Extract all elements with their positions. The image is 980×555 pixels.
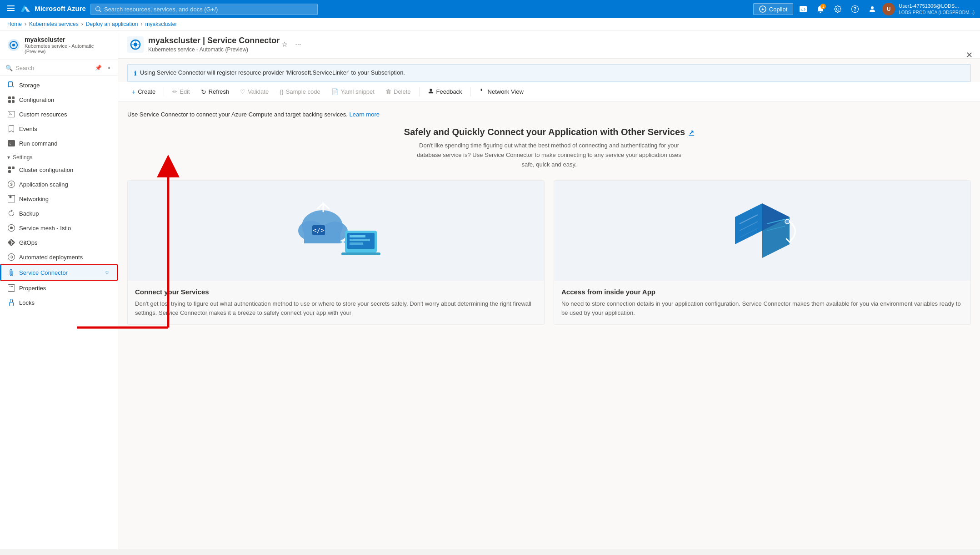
scaling-icon [7,180,15,188]
chevron-down-icon: ▾ [7,154,10,161]
code-icon: {} [280,88,284,95]
sidebar-item-automated-deployments[interactable]: Automated deployments [0,250,118,264]
page-header-actions: ☆ ··· [280,38,303,50]
user-tenant: LODS-PROD-MCA (LODSPRODM...) [899,10,975,15]
info-icon: ℹ [134,70,136,77]
connect-services-desc: Don't get lost trying to figure out what… [135,299,537,317]
sidebar-item-storage[interactable]: Storage [0,78,118,92]
edit-button[interactable]: ✏ Edit [168,86,194,97]
sidebar-item-run-command[interactable]: Run command [0,136,118,151]
access-inside-app-card: Access from inside your App No need to s… [554,180,971,325]
hero-subtitle: Don't like spending time figuring out wh… [413,141,685,169]
toolbar: + Create ✏ Edit ↻ Refresh ♡ Validate {} … [118,82,980,102]
yaml-snippet-button[interactable]: 📄 Yaml snippet [327,86,379,97]
breadcrumb: Home › Kubernetes services › Deploy an a… [0,18,980,30]
learn-more-link[interactable]: Learn more [349,111,379,118]
settings-button[interactable] [830,2,845,16]
sidebar-item-networking[interactable]: Networking [0,192,118,206]
close-pane-button[interactable]: ✕ [966,50,973,60]
sidebar-item-gitops-label: GitOps [19,239,110,246]
cloud-shell-button[interactable] [796,2,810,16]
sidebar-item-backup[interactable]: Backup [0,206,118,221]
sidebar-item-run-command-label: Run command [19,140,110,147]
custom-resources-icon [7,110,15,118]
create-button[interactable]: + Create [127,86,160,98]
page-title: myakscluster | Service Connector [148,36,280,45]
toolbar-separator-2 [419,87,420,96]
sidebar-resource-type: Kubernetes service - Automatic (Preview) [25,43,110,54]
sidebar-item-events[interactable]: Events [0,121,118,136]
more-options-button[interactable]: ··· [293,38,303,50]
storage-icon [7,81,15,89]
user-account-info[interactable]: U User1-47751306@LODS... LODS-PROD-MCA (… [882,3,975,15]
settings-section-header[interactable]: ▾ Settings [0,151,118,162]
external-link[interactable]: ↗ [689,129,694,136]
sidebar: myakscluster Kubernetes service - Automa… [0,30,118,549]
collapse-sidebar-button[interactable]: « [105,64,112,72]
connect-services-title: Connect your Services [135,288,537,296]
settings-section-label: Settings [13,154,32,161]
connect-services-card-content: Connect your Services Don't get lost try… [128,288,544,317]
configuration-icon [7,96,15,104]
feedback-button[interactable]: Feedback [423,86,467,98]
network-view-button[interactable]: Network View [475,86,528,98]
sidebar-item-properties[interactable]: Properties [0,281,118,295]
sidebar-item-service-connector[interactable]: Service Connector ☆ [0,264,118,281]
network-icon [479,88,485,96]
sidebar-item-backup-label: Backup [19,210,110,217]
breadcrumb-cluster[interactable]: myakscluster [145,21,177,27]
info-banner: ℹ Using Service Connector will register … [127,64,971,82]
events-icon [7,125,15,133]
hamburger-menu-button[interactable] [5,3,16,15]
global-search-input[interactable] [104,6,313,13]
sidebar-item-cluster-configuration[interactable]: Cluster configuration [0,162,118,177]
notifications-button[interactable]: 1 [813,2,828,16]
sidebar-item-gitops[interactable]: GitOps [0,235,118,250]
global-search-box[interactable] [90,4,318,15]
yaml-icon: 📄 [331,88,339,95]
star-favorite-button[interactable]: ☆ [280,38,290,50]
feature-cards-row: </> [127,180,971,325]
automated-deployments-icon [7,253,15,261]
validate-button[interactable]: ♡ Validate [235,86,273,97]
breadcrumb-home[interactable]: Home [7,21,22,27]
sidebar-item-service-mesh[interactable]: Service mesh - Istio [0,221,118,235]
service-connector-content: Use Service Connector to connect your Az… [118,102,980,549]
validate-icon: ♡ [240,88,245,95]
delete-button[interactable]: 🗑 Delete [381,86,415,97]
svg-marker-26 [735,203,762,244]
service-mesh-icon [7,224,15,232]
breadcrumb-deploy[interactable]: Deploy an application [86,21,138,27]
svg-rect-1 [7,8,15,9]
sample-code-button[interactable]: {} Sample code [275,86,325,97]
hero-section: Safely and Quickly Connect your Applicat… [127,127,971,169]
azure-logo[interactable]: Microsoft Azure [21,5,86,14]
sidebar-item-configuration[interactable]: Configuration [0,92,118,107]
breadcrumb-kubernetes[interactable]: Kubernetes services [29,21,79,27]
access-inside-app-illustration [554,181,970,281]
sidebar-item-properties-label: Properties [19,285,110,292]
delete-icon: 🗑 [385,88,391,95]
sidebar-search-input[interactable] [15,65,90,71]
svg-marker-4 [25,7,30,11]
directory-button[interactable] [865,2,880,16]
page-title-section: myakscluster | Service Connector Kuberne… [127,36,280,53]
help-button[interactable] [848,2,862,16]
sidebar-item-application-scaling[interactable]: Application scaling [0,177,118,192]
sidebar-item-automated-deployments-label: Automated deployments [19,254,110,261]
refresh-button[interactable]: ↻ Refresh [196,86,234,98]
topbar-right-section: ✦ Copilot 1 [753,2,975,16]
connect-services-card: </> [127,180,545,325]
pin-icon[interactable]: 📌 [93,64,104,72]
sidebar-item-locks[interactable]: Locks [0,295,118,310]
sidebar-resource-header: myakscluster Kubernetes service - Automa… [0,30,118,60]
hero-title: Safely and Quickly Connect your Applicat… [127,127,971,137]
sidebar-item-custom-resources[interactable]: Custom resources [0,107,118,121]
edit-icon: ✏ [172,88,177,95]
copilot-button[interactable]: ✦ Copilot [753,3,793,15]
access-inside-app-desc: No need to store connection details in y… [561,299,963,317]
gitops-icon [7,238,15,247]
favorite-star-icon[interactable]: ☆ [105,269,110,276]
sidebar-item-networking-label: Networking [19,196,110,202]
user-email: User1-47751306@LODS... [899,3,975,9]
